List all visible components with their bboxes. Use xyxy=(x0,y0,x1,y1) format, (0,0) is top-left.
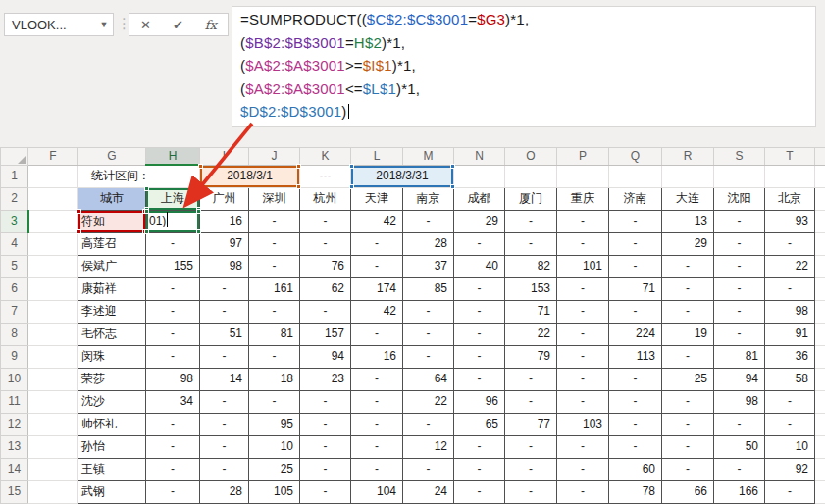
cell-F15[interactable] xyxy=(28,480,78,503)
cell-M6[interactable]: 85 xyxy=(403,277,454,300)
cell-O8[interactable]: 22 xyxy=(505,323,557,345)
row-header-10[interactable]: 10 xyxy=(1,368,28,390)
name-box-dropdown-icon[interactable]: ▼ xyxy=(95,20,113,29)
range-handle[interactable] xyxy=(77,209,81,214)
range-handle[interactable] xyxy=(77,229,81,234)
range-handle[interactable] xyxy=(196,209,201,214)
cell-U15[interactable] xyxy=(815,480,825,503)
cell-K13[interactable]: - xyxy=(300,435,351,458)
cell-S9[interactable]: 81 xyxy=(714,345,765,368)
cell-Q11[interactable]: - xyxy=(609,390,662,413)
column-header-K[interactable]: K xyxy=(300,148,351,166)
cell-K6[interactable]: 62 xyxy=(300,277,351,300)
column-header-T[interactable]: T xyxy=(765,148,815,166)
cell-Q7[interactable]: - xyxy=(609,300,662,323)
cell-U2[interactable] xyxy=(815,187,825,210)
cell-O9[interactable]: 79 xyxy=(505,345,557,368)
cell-T5[interactable]: 22 xyxy=(765,255,815,277)
cell-N10[interactable]: - xyxy=(454,368,505,390)
cell-L6[interactable]: 174 xyxy=(351,277,403,300)
cell-J9[interactable]: - xyxy=(249,345,300,368)
cell-P6[interactable]: - xyxy=(557,277,609,300)
cell-G7[interactable]: 李述迎 xyxy=(78,300,146,323)
column-header-R[interactable]: R xyxy=(662,148,714,166)
cell-H6[interactable]: - xyxy=(146,277,200,300)
cell-P5[interactable]: 101 xyxy=(557,255,609,277)
cell-M8[interactable]: - xyxy=(403,323,454,345)
cell-T8[interactable]: 91 xyxy=(765,323,815,345)
cell-K7[interactable]: - xyxy=(300,300,351,323)
cell-L5[interactable]: - xyxy=(351,255,403,277)
range-handle[interactable] xyxy=(196,186,201,191)
cell-S14[interactable]: - xyxy=(714,458,765,480)
cell-T6[interactable]: - xyxy=(765,277,815,300)
cell-R6[interactable]: - xyxy=(662,277,714,300)
cell-L3[interactable]: 42 xyxy=(351,210,403,232)
cell-F12[interactable] xyxy=(28,413,78,435)
cell-G3[interactable]: 符如 xyxy=(78,210,146,232)
cell-Q3[interactable]: - xyxy=(609,210,662,232)
row-header-2[interactable]: 2 xyxy=(1,187,28,210)
row-header-4[interactable]: 4 xyxy=(1,232,28,255)
cell-U6[interactable] xyxy=(815,277,825,300)
cell-S2-header[interactable]: 沈阳 xyxy=(714,187,765,210)
cell-N12[interactable]: 65 xyxy=(454,413,505,435)
cell-H4[interactable]: - xyxy=(146,232,200,255)
cell-M3[interactable]: - xyxy=(403,210,454,232)
cell-H5[interactable]: 155 xyxy=(146,255,200,277)
cell-R11[interactable]: - xyxy=(662,390,714,413)
cell-Q13[interactable]: - xyxy=(609,435,662,458)
cell-P15[interactable]: - xyxy=(557,480,609,503)
cell-F9[interactable] xyxy=(28,345,78,368)
cell-N9[interactable]: - xyxy=(454,345,505,368)
cell-F14[interactable] xyxy=(28,458,78,480)
cell-U7[interactable] xyxy=(815,300,825,323)
select-all-corner[interactable] xyxy=(1,148,28,166)
cell-T4[interactable]: - xyxy=(765,232,815,255)
cell-L9[interactable]: 16 xyxy=(351,345,403,368)
cell-J12[interactable]: 95 xyxy=(249,413,300,435)
cell-O10[interactable]: - xyxy=(505,368,557,390)
cell-I6[interactable]: - xyxy=(200,277,249,300)
cell-M14[interactable]: - xyxy=(403,458,454,480)
cell-G9[interactable]: 闵珠 xyxy=(78,345,146,368)
column-header-H[interactable]: H xyxy=(146,148,200,166)
cell-Q10[interactable]: - xyxy=(609,368,662,390)
cell-G12[interactable]: 帅怀礼 xyxy=(78,413,146,435)
cell-P9[interactable]: - xyxy=(557,345,609,368)
cell-P14[interactable]: - xyxy=(557,458,609,480)
cell-O13[interactable]: - xyxy=(505,435,557,458)
cell-N13[interactable]: - xyxy=(454,435,505,458)
cell-N4[interactable]: - xyxy=(454,232,505,255)
cell-Q1[interactable] xyxy=(609,165,662,187)
row-header-14[interactable]: 14 xyxy=(1,458,28,480)
cell-P1[interactable] xyxy=(557,165,609,187)
enter-icon[interactable]: ✔ xyxy=(173,18,183,32)
cell-H14[interactable]: - xyxy=(146,458,200,480)
cell-P12[interactable]: 103 xyxy=(557,413,609,435)
cell-J8[interactable]: 81 xyxy=(249,323,300,345)
cell-K5[interactable]: 76 xyxy=(300,255,351,277)
cell-K10[interactable]: 23 xyxy=(300,368,351,390)
cell-R10[interactable]: 25 xyxy=(662,368,714,390)
cell-U1[interactable] xyxy=(815,165,825,187)
cell-R15[interactable]: 66 xyxy=(662,480,714,503)
cell-R2-header[interactable]: 大连 xyxy=(662,187,714,210)
cell-P7[interactable]: - xyxy=(557,300,609,323)
cell-M7[interactable]: - xyxy=(403,300,454,323)
cell-R8[interactable]: 19 xyxy=(662,323,714,345)
cell-Q5[interactable]: - xyxy=(609,255,662,277)
cell-L7[interactable]: 42 xyxy=(351,300,403,323)
cell-L14[interactable]: - xyxy=(351,458,403,480)
cell-O14[interactable]: - xyxy=(505,458,557,480)
cell-G15[interactable]: 武钢 xyxy=(78,480,146,503)
cell-J7[interactable]: - xyxy=(249,300,300,323)
cell-I1-start-date[interactable]: 2018/3/1 xyxy=(200,165,300,187)
cell-T7[interactable]: 98 xyxy=(765,300,815,323)
cell-S3[interactable]: - xyxy=(714,210,765,232)
cell-I8[interactable]: 51 xyxy=(200,323,249,345)
cell-U4[interactable] xyxy=(815,232,825,255)
cell-F2[interactable] xyxy=(28,187,78,210)
cell-F1[interactable] xyxy=(28,165,78,187)
range-handle[interactable] xyxy=(450,184,455,189)
